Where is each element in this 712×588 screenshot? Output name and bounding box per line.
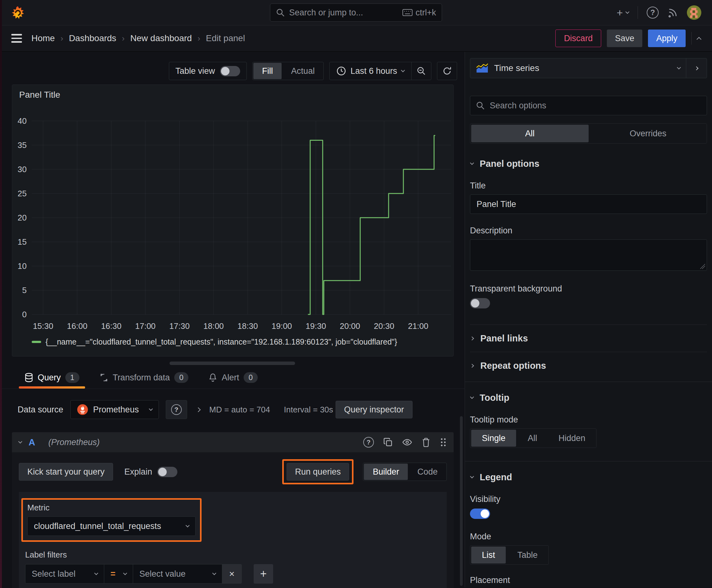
transparent-bg-toggle[interactable] bbox=[470, 298, 490, 309]
tab-alert[interactable]: Alert 0 bbox=[209, 372, 258, 388]
chevron-down-icon bbox=[677, 65, 681, 69]
chevron-down-icon bbox=[94, 571, 98, 575]
expand-options-icon[interactable] bbox=[196, 407, 201, 412]
legend-header[interactable]: Legend bbox=[465, 472, 712, 482]
collapse-query-icon[interactable] bbox=[18, 439, 22, 443]
tooltip-mode-label: Tooltip mode bbox=[470, 415, 707, 425]
collapse-options-icon[interactable] bbox=[697, 37, 702, 42]
svg-text:18:30: 18:30 bbox=[237, 321, 258, 331]
panel-toolbar: Table view Fill Actual Last 6 hours bbox=[0, 52, 465, 80]
query-help-icon[interactable]: ? bbox=[363, 437, 374, 447]
query-row-header[interactable]: A (Prometheus) ? bbox=[12, 432, 454, 452]
legend-table-option[interactable]: Table bbox=[507, 546, 548, 564]
time-range-group: Last 6 hours bbox=[329, 62, 431, 80]
remove-filter-button[interactable]: × bbox=[222, 564, 242, 584]
tab-query[interactable]: Query 1 bbox=[24, 372, 80, 388]
repeat-options-section[interactable]: Repeat options bbox=[465, 352, 712, 379]
eye-icon[interactable] bbox=[402, 438, 412, 447]
discard-button[interactable]: Discard bbox=[555, 29, 601, 47]
tab-overrides[interactable]: Overrides bbox=[589, 124, 707, 143]
duplicate-icon[interactable] bbox=[383, 438, 393, 447]
breadcrumb-separator: › bbox=[122, 34, 125, 43]
explain-toggle[interactable] bbox=[157, 467, 177, 477]
breadcrumb-dashboards[interactable]: Dashboards bbox=[69, 33, 116, 43]
table-view-toggle[interactable] bbox=[220, 66, 240, 76]
tooltip-hidden-option[interactable]: Hidden bbox=[548, 429, 596, 447]
add-menu-button[interactable]: + bbox=[617, 6, 629, 19]
explain-control: Explain bbox=[124, 467, 177, 477]
search-icon bbox=[276, 8, 285, 17]
run-queries-button[interactable]: Run queries bbox=[287, 463, 349, 481]
kick-start-button[interactable]: Kick start your query bbox=[19, 463, 113, 481]
svg-text:20:30: 20:30 bbox=[374, 321, 394, 331]
panel-options-title: Panel options bbox=[480, 159, 539, 169]
breadcrumb-home[interactable]: Home bbox=[31, 33, 55, 43]
visualization-picker[interactable]: Time series bbox=[470, 58, 686, 78]
datasource-label: Data source bbox=[18, 405, 63, 415]
svg-text:20:00: 20:00 bbox=[340, 321, 360, 331]
legend-series-label[interactable]: {__name__="cloudflared_tunnel_total_requ… bbox=[45, 337, 397, 346]
tab-all[interactable]: All bbox=[471, 125, 589, 142]
options-search-input[interactable]: Search options bbox=[470, 96, 707, 115]
operator-dropdown[interactable]: = bbox=[104, 564, 133, 584]
drag-grip-icon[interactable] bbox=[440, 438, 447, 447]
tooltip-header[interactable]: Tooltip bbox=[465, 393, 712, 403]
section-divider bbox=[465, 461, 712, 461]
panel-title: Panel Title bbox=[12, 85, 453, 100]
help-button[interactable]: ? bbox=[647, 6, 659, 19]
datasource-help-button[interactable]: ? bbox=[166, 400, 187, 419]
time-series-chart[interactable]: 051015202530354015:3016:0016:3017:0017:3… bbox=[12, 100, 453, 336]
breadcrumb-new-dashboard[interactable]: New dashboard bbox=[130, 33, 192, 43]
chevron-down-icon bbox=[401, 68, 405, 72]
metric-annotation: Metric cloudflared_tunnel_total_requests bbox=[21, 498, 201, 542]
resize-handle[interactable] bbox=[170, 361, 295, 365]
viz-suggestions-button[interactable] bbox=[686, 58, 707, 78]
query-inspector-button[interactable]: Query inspector bbox=[336, 401, 412, 418]
description-textarea[interactable] bbox=[470, 239, 707, 271]
tooltip-all-option[interactable]: All bbox=[517, 429, 548, 447]
query-ref-id: A bbox=[28, 437, 35, 447]
tooltip-mode-segmented: Single All Hidden bbox=[470, 428, 597, 448]
svg-text:19:30: 19:30 bbox=[306, 321, 326, 331]
menu-icon[interactable] bbox=[11, 34, 22, 43]
search-placeholder: Search or jump to... bbox=[289, 8, 398, 18]
refresh-button[interactable] bbox=[437, 62, 457, 80]
svg-text:30: 30 bbox=[18, 165, 27, 174]
svg-text:17:00: 17:00 bbox=[135, 321, 156, 331]
select-label-dropdown[interactable]: Select label bbox=[25, 564, 104, 584]
fill-option[interactable]: Fill bbox=[253, 63, 282, 79]
add-filter-button[interactable]: + bbox=[254, 564, 273, 584]
panel-options-sidebar: Time series Search options All Overrides… bbox=[465, 52, 712, 587]
datasource-picker[interactable]: Prometheus bbox=[70, 400, 159, 419]
window-edge bbox=[0, 0, 2, 588]
save-button[interactable]: Save bbox=[607, 29, 643, 47]
transform-icon bbox=[100, 373, 108, 382]
user-avatar[interactable] bbox=[687, 5, 701, 20]
news-feed-icon[interactable] bbox=[667, 7, 678, 18]
legend-list-option[interactable]: List bbox=[471, 547, 506, 564]
grafana-logo-icon[interactable] bbox=[11, 5, 25, 20]
metric-select[interactable]: cloudflared_tunnel_total_requests bbox=[27, 517, 196, 536]
visualization-row: Time series bbox=[470, 58, 707, 78]
legend-mode-segmented: List Table bbox=[470, 545, 549, 565]
builder-option[interactable]: Builder bbox=[364, 464, 408, 480]
panel-links-section[interactable]: Panel links bbox=[465, 325, 712, 352]
time-range-picker[interactable]: Last 6 hours bbox=[330, 66, 411, 76]
zoom-out-button[interactable] bbox=[412, 62, 431, 80]
panel-options-header[interactable]: Panel options bbox=[465, 159, 712, 169]
title-input[interactable]: Panel Title bbox=[470, 194, 707, 214]
apply-button[interactable]: Apply bbox=[648, 29, 686, 47]
metric-value: cloudflared_tunnel_total_requests bbox=[34, 521, 161, 531]
global-search-input[interactable]: Search or jump to... ctrl+k bbox=[270, 3, 442, 22]
tab-transform-data[interactable]: Transform data 0 bbox=[100, 372, 188, 388]
svg-text:15:30: 15:30 bbox=[33, 321, 53, 331]
trash-icon[interactable] bbox=[422, 438, 430, 447]
svg-text:21:00: 21:00 bbox=[408, 321, 428, 331]
transparent-bg-label: Transparent background bbox=[470, 284, 707, 294]
code-option[interactable]: Code bbox=[408, 463, 447, 481]
tooltip-single-option[interactable]: Single bbox=[471, 430, 516, 447]
actual-option[interactable]: Actual bbox=[282, 62, 323, 80]
legend-visibility-toggle[interactable] bbox=[470, 508, 490, 519]
scrollbar[interactable] bbox=[460, 416, 463, 586]
select-value-dropdown[interactable]: Select value bbox=[133, 564, 222, 584]
